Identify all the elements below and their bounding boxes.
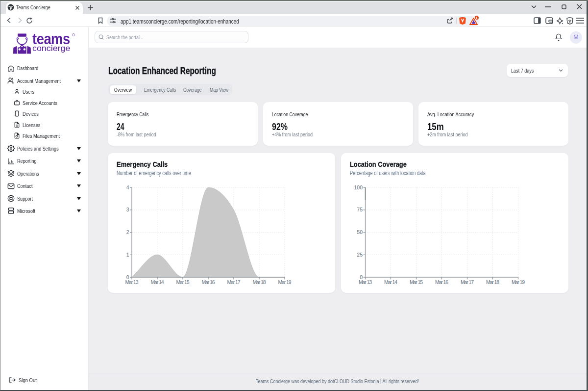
svg-text:Mar 18: Mar 18	[486, 279, 499, 285]
svg-text:Mar 18: Mar 18	[253, 279, 266, 285]
svg-text:Mar 19: Mar 19	[512, 279, 525, 285]
svg-text:Mar 13: Mar 13	[125, 279, 139, 285]
svg-text:Mar 14: Mar 14	[384, 279, 397, 285]
svg-text:75: 75	[357, 207, 363, 212]
svg-text:Mar 19: Mar 19	[278, 279, 292, 285]
svg-text:Mar 15: Mar 15	[410, 279, 423, 285]
svg-text:50: 50	[357, 229, 363, 235]
svg-text:Mar 14: Mar 14	[151, 279, 164, 285]
svg-text:100: 100	[354, 184, 363, 190]
svg-text:Mar 17: Mar 17	[461, 279, 474, 285]
svg-text:Mar 16: Mar 16	[435, 279, 448, 285]
svg-text:4: 4	[126, 184, 129, 190]
svg-text:Mar 13: Mar 13	[359, 279, 372, 285]
svg-text:25: 25	[357, 252, 363, 258]
svg-text:Mar 17: Mar 17	[227, 279, 241, 285]
svg-text:Mar 15: Mar 15	[176, 279, 190, 285]
svg-text:Mar 16: Mar 16	[202, 279, 215, 285]
svg-text:3: 3	[126, 207, 129, 212]
svg-text:2: 2	[126, 229, 129, 235]
svg-text:1: 1	[126, 252, 129, 258]
